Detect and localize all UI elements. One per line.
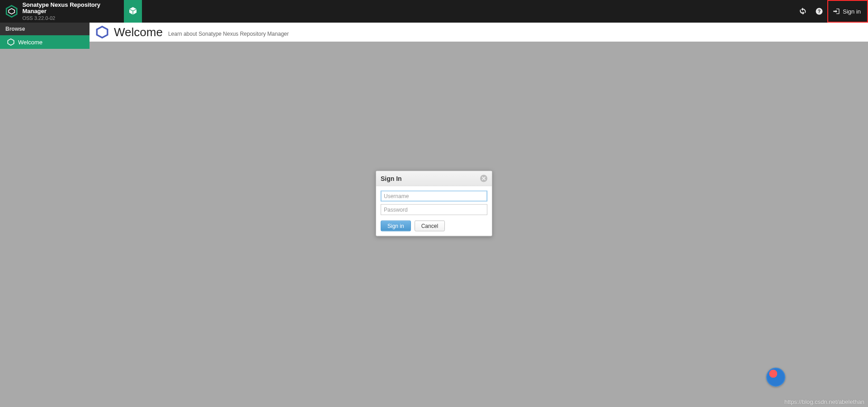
dialog-body: Sign in Cancel [376,186,492,236]
refresh-icon [799,7,807,15]
signin-button[interactable]: Sign in [827,0,868,23]
avatar [766,368,785,387]
close-icon[interactable] [480,175,487,182]
help-icon: ? [815,7,823,15]
dialog-title: Sign In [381,175,402,182]
topbar-right: ? Sign in [795,0,868,23]
hexagon-icon [7,38,14,46]
signin-label: Sign in [843,8,861,15]
password-input[interactable] [381,204,487,215]
dialog-signin-button[interactable]: Sign in [381,221,411,232]
hexagon-icon [96,26,108,38]
app-title: Sonatype Nexus Repository Manager [22,2,124,15]
watermark-text: https://blog.csdn.net/abelethan [784,398,864,405]
dialog-header[interactable]: Sign In [376,171,492,186]
svg-marker-0 [6,5,17,17]
sidebar-section-header: Browse [0,23,90,35]
svg-marker-7 [97,27,108,38]
dialog-button-row: Sign in Cancel [381,221,487,232]
page-subtitle: Learn about Sonatype Nexus Repository Ma… [168,31,289,37]
welcome-strip: Welcome Learn about Sonatype Nexus Repos… [90,23,868,42]
left-column: Browse Welcome [0,23,90,407]
cube-icon [128,6,137,15]
app-version: OSS 3.22.0-02 [22,15,124,21]
browse-mode-tab[interactable] [124,0,142,23]
sidebar-item-welcome[interactable]: Welcome [0,35,90,49]
username-input[interactable] [381,191,487,202]
svg-text:?: ? [818,9,821,14]
sidebar-section-label: Browse [5,26,25,32]
dialog-cancel-button[interactable]: Cancel [415,221,445,232]
sidebar-item-label: Welcome [18,39,42,46]
signin-icon [833,8,840,15]
top-bar: Sonatype Nexus Repository Manager OSS 3.… [0,0,868,23]
help-button[interactable]: ? [811,0,827,23]
refresh-button[interactable] [795,0,811,23]
topbar-spacer [142,0,795,23]
page-title: Welcome [114,25,163,39]
svg-marker-1 [9,9,14,14]
svg-marker-6 [8,39,14,45]
signin-dialog: Sign In Sign in Cancel [376,171,492,237]
brand: Sonatype Nexus Repository Manager OSS 3.… [0,0,124,23]
brand-text: Sonatype Nexus Repository Manager OSS 3.… [22,2,124,21]
app-logo-icon [5,5,18,18]
